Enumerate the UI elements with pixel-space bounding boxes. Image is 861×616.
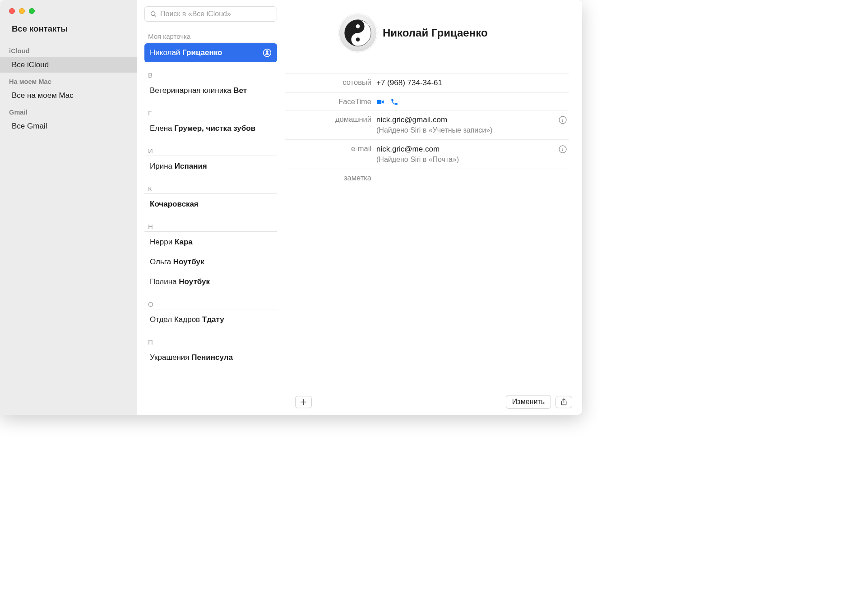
- contact-list-pane: Моя карточка Николай Грицаенко В Ветерин…: [137, 0, 285, 415]
- add-contact-button[interactable]: [295, 396, 312, 408]
- field-value-email[interactable]: nick.gric@gmail.com: [376, 115, 559, 125]
- info-button[interactable]: i: [559, 115, 569, 124]
- edit-button[interactable]: Изменить: [506, 395, 551, 409]
- field-value-phone[interactable]: +7 (968) 734-34-61: [376, 78, 559, 88]
- contact-row[interactable]: Ветеринарная клиника Вет: [144, 81, 277, 100]
- fullscreen-window-button[interactable]: [29, 8, 35, 14]
- facetime-audio-icon[interactable]: [390, 98, 398, 106]
- contact-list[interactable]: Моя карточка Николай Грицаенко В Ветерин…: [137, 28, 285, 415]
- contact-row-me[interactable]: Николай Грицаенко: [144, 43, 277, 62]
- field-email: e-mail nick.gric@me.com (Найдено Siri в …: [285, 139, 569, 169]
- field-value-email[interactable]: nick.gric@me.com: [376, 144, 559, 155]
- field-label: e-mail: [285, 144, 376, 153]
- sidebar: Все контакты iCloud Все iCloud На моем M…: [0, 0, 137, 415]
- field-label: сотовый: [285, 78, 376, 87]
- minimize-window-button[interactable]: [19, 8, 25, 14]
- sidebar-item-all-gmail[interactable]: Все Gmail: [0, 119, 137, 134]
- field-value-source: (Найдено Siri в «Почта»): [376, 155, 559, 165]
- contact-row[interactable]: Отдел Кадров Тдату: [144, 310, 277, 329]
- info-button[interactable]: i: [559, 144, 569, 153]
- avatar[interactable]: [338, 14, 377, 52]
- contact-fields: сотовый +7 (968) 734-34-61 FaceTime дома…: [285, 73, 582, 186]
- field-note: заметка: [285, 169, 569, 186]
- plus-icon: [300, 398, 307, 406]
- me-indicator-icon: [263, 48, 272, 57]
- window-controls: [0, 8, 137, 24]
- svg-point-3: [356, 24, 360, 28]
- my-card-header: Моя карточка: [144, 28, 277, 42]
- sidebar-title[interactable]: Все контакты: [0, 24, 137, 42]
- contact-row[interactable]: Кочаровская: [144, 195, 277, 214]
- svg-rect-5: [377, 100, 382, 104]
- section-letter: П: [144, 334, 277, 347]
- contact-row[interactable]: Ирина Испания: [144, 157, 277, 176]
- svg-text:i: i: [562, 146, 563, 152]
- contact-header: Николай Грицаенко: [285, 0, 582, 73]
- sidebar-item-all-onmymac[interactable]: Все на моем Mac: [0, 88, 137, 103]
- search-input[interactable]: [160, 10, 271, 18]
- bottom-toolbar: Изменить: [285, 389, 582, 415]
- section-letter: О: [144, 296, 277, 309]
- svg-text:i: i: [562, 117, 563, 123]
- sidebar-group-header-icloud: iCloud: [0, 42, 137, 57]
- section-letter: Г: [144, 105, 277, 118]
- share-button[interactable]: [555, 396, 572, 408]
- contact-row[interactable]: Нерри Кара: [144, 233, 277, 252]
- search-field[interactable]: [144, 6, 277, 22]
- section-letter: И: [144, 143, 277, 156]
- share-icon: [560, 398, 568, 406]
- close-window-button[interactable]: [9, 8, 15, 14]
- search-icon: [150, 11, 157, 18]
- sidebar-group-header-gmail: Gmail: [0, 103, 137, 119]
- contact-row[interactable]: Украшения Пенинсула: [144, 348, 277, 367]
- field-label: домашний: [285, 115, 376, 124]
- section-letter: В: [144, 67, 277, 80]
- field-label: FaceTime: [285, 97, 376, 106]
- contact-row[interactable]: Ольга Ноутбук: [144, 253, 277, 271]
- contact-row[interactable]: Елена Грумер, чистка зубов: [144, 119, 277, 138]
- section-letter: К: [144, 180, 277, 194]
- sidebar-group-header-onmymac: На моем Mac: [0, 73, 137, 88]
- field-home-email: домашний nick.gric@gmail.com (Найдено Si…: [285, 110, 569, 139]
- sidebar-item-all-icloud[interactable]: Все iCloud: [0, 57, 137, 73]
- contact-name: Николай Грицаенко: [383, 27, 488, 39]
- field-mobile: сотовый +7 (968) 734-34-61: [285, 73, 569, 92]
- section-letter: Н: [144, 218, 277, 232]
- field-value-source: (Найдено Siri в «Учетные записи»): [376, 125, 559, 135]
- contact-detail-pane: Николай Грицаенко сотовый +7 (968) 734-3…: [285, 0, 582, 415]
- field-label: заметка: [285, 173, 376, 182]
- field-facetime: FaceTime: [285, 92, 569, 110]
- facetime-video-icon[interactable]: [376, 98, 384, 106]
- contact-row[interactable]: Полина Ноутбук: [144, 272, 277, 291]
- svg-point-4: [356, 37, 360, 41]
